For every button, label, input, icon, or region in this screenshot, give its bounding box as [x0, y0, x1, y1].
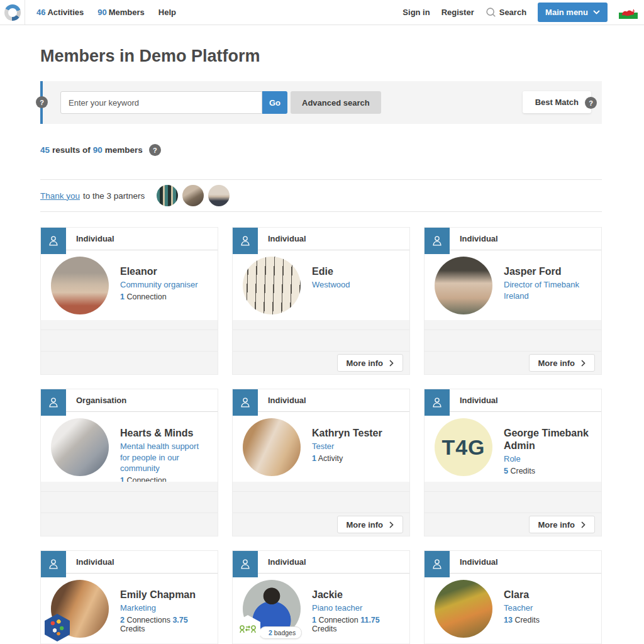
nav-members[interactable]: 90Members — [97, 8, 145, 17]
thank-you-link[interactable]: Thank you — [40, 191, 80, 201]
partner-avatar-man-glasses[interactable] — [207, 184, 231, 208]
member-role[interactable]: Tester — [312, 441, 402, 452]
member-type-header: Individual — [41, 228, 218, 250]
member-avatar[interactable] — [51, 257, 109, 314]
go-button[interactable]: Go — [262, 91, 287, 114]
badges-count-pill[interactable]: 2 badges — [259, 626, 302, 639]
search-icon — [486, 7, 496, 18]
sign-in-link[interactable]: Sign in — [402, 8, 430, 17]
member-avatar[interactable]: T4G — [435, 418, 492, 476]
site-logo[interactable] — [0, 0, 25, 25]
nav-activities[interactable]: 46Activities — [36, 8, 84, 17]
person-icon — [41, 551, 66, 577]
member-type-header: Individual — [233, 228, 409, 250]
person-icon — [425, 228, 450, 254]
help-icon[interactable]: ? — [36, 96, 48, 108]
register-link[interactable]: Register — [441, 8, 474, 17]
member-type-header: Individual — [425, 551, 601, 574]
member-card-jackie: Individual 2 badges Jackie Piano teacher… — [232, 550, 410, 644]
member-card-clara: Individual Clara Teacher 13 Credits — [424, 550, 602, 644]
main-menu-label: Main menu — [545, 8, 588, 17]
member-name[interactable]: Hearts & Minds — [120, 427, 210, 440]
member-type-header: Individual — [233, 389, 409, 412]
chevron-right-icon — [389, 360, 394, 367]
more-info-button[interactable]: More info — [529, 516, 596, 533]
member-type-label: Individual — [460, 234, 498, 243]
member-type-header: Individual — [41, 551, 218, 574]
member-role[interactable]: Teacher — [504, 602, 594, 614]
results-summary: 45 results of 90 members ? — [40, 144, 602, 156]
page-title: Members in Demo Platform — [40, 47, 602, 66]
member-card-hearts-minds: Organisation Hearts & Minds Mental healt… — [40, 389, 218, 536]
member-avatar[interactable] — [243, 257, 301, 314]
partners-text: to the 3 partners — [83, 191, 145, 201]
member-role[interactable]: Director of Timebank Ireland — [504, 279, 594, 301]
member-name[interactable]: Jackie — [312, 589, 402, 601]
keyword-input[interactable] — [60, 91, 262, 114]
help-icon[interactable]: ? — [149, 144, 161, 156]
member-summary: Jasper Ford Director of Timebank Ireland — [425, 250, 601, 319]
member-type-label: Individual — [76, 234, 114, 243]
main-menu-button[interactable]: Main menu — [538, 3, 608, 22]
people-exchange-badge-icon[interactable] — [235, 615, 260, 643]
member-type-header: Individual — [425, 228, 601, 250]
member-avatar[interactable] — [435, 580, 492, 638]
partner-avatar-poster[interactable] — [155, 184, 179, 208]
member-name[interactable]: Emily Chapman — [120, 589, 210, 601]
member-name[interactable]: Clara — [504, 589, 594, 601]
member-role[interactable]: Role — [504, 453, 594, 465]
member-card-edie: Individual Edie Westwood More info — [232, 227, 410, 375]
member-avatar[interactable] — [243, 418, 301, 476]
member-role[interactable]: Westwood — [312, 279, 402, 291]
member-type-label: Individual — [460, 557, 498, 567]
person-icon — [425, 551, 450, 577]
member-summary: Clara Teacher 13 Credits — [425, 574, 601, 643]
chevron-right-icon — [581, 360, 586, 367]
member-type-label: Individual — [268, 396, 306, 405]
member-card-jasper: Individual Jasper Ford Director of Timeb… — [424, 227, 602, 375]
advanced-search-button[interactable]: Advanced search — [291, 91, 381, 114]
member-stats: 5 Credits — [504, 467, 594, 475]
member-name[interactable]: Edie — [312, 265, 402, 278]
member-role[interactable]: Piano teacher — [312, 602, 402, 614]
member-role[interactable]: Community organiser — [120, 279, 210, 291]
member-avatar[interactable] — [51, 580, 109, 638]
member-type-header: Individual — [233, 551, 409, 574]
welsh-flag-icon[interactable] — [619, 6, 638, 19]
member-summary: Hearts & Minds Mental health support for… — [41, 412, 218, 481]
member-summary: T4G George Timebank Admin Role 5 Credits — [425, 412, 601, 481]
member-name[interactable]: George Timebank Admin — [504, 427, 594, 452]
more-info-button[interactable]: More info — [337, 354, 404, 372]
nav-search[interactable]: Search — [486, 7, 526, 18]
chevron-down-icon — [593, 10, 600, 14]
member-avatar[interactable]: 2 badges — [243, 580, 301, 638]
partner-avatar-man-child[interactable] — [181, 184, 205, 208]
member-name[interactable]: Jasper Ford — [504, 265, 594, 278]
search-panel: ? Go Advanced search Best Match ? — [40, 81, 602, 124]
member-type-label: Individual — [76, 557, 114, 567]
member-role[interactable]: Mental health support for people in our … — [120, 441, 210, 474]
member-card-eleanor: Individual Eleanor Community organiser 1… — [40, 227, 218, 375]
person-icon — [425, 389, 450, 416]
member-avatar[interactable] — [51, 418, 109, 476]
avatar-monogram: T4G — [441, 435, 485, 460]
chevron-right-icon — [389, 521, 394, 528]
help-icon[interactable]: ? — [585, 97, 597, 109]
member-summary: Emily Chapman Marketing 2 Connections 3.… — [41, 574, 218, 643]
best-match-button[interactable]: Best Match ? — [523, 91, 591, 113]
member-card-emily: Individual Emily Chapman Marketing 2 Con… — [40, 550, 218, 644]
person-icon — [233, 389, 258, 416]
member-stats: 13 Credits — [504, 616, 594, 625]
more-info-button[interactable]: More info — [529, 354, 596, 372]
member-stats: 1 Connection — [120, 292, 210, 301]
puzzle-badge-icon[interactable] — [45, 614, 70, 641]
person-icon — [41, 228, 66, 254]
member-avatar[interactable] — [435, 257, 492, 314]
member-name[interactable]: Eleanor — [120, 265, 210, 278]
member-summary: Edie Westwood — [233, 250, 409, 319]
member-role[interactable]: Marketing — [120, 602, 210, 614]
member-name[interactable]: Kathryn Tester — [312, 427, 402, 440]
member-type-label: Individual — [460, 396, 498, 405]
more-info-button[interactable]: More info — [337, 516, 404, 533]
nav-help[interactable]: Help — [158, 8, 176, 17]
